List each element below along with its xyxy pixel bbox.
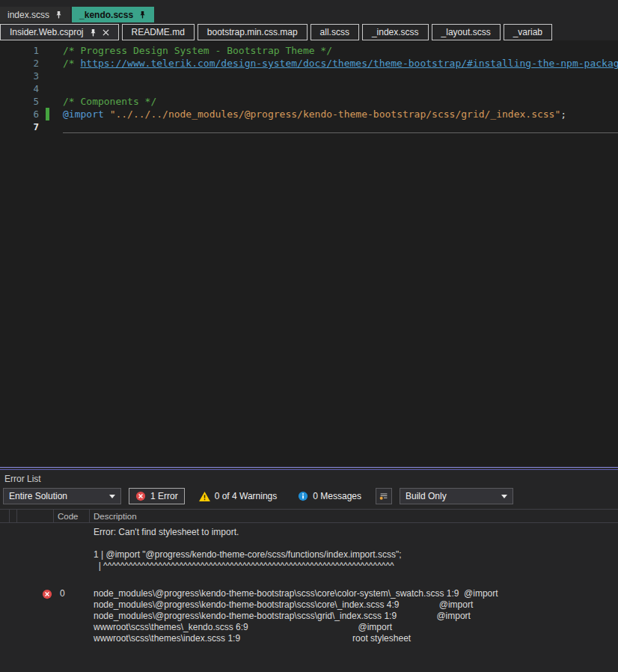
tab-label: README.md: [132, 27, 185, 37]
code-token-comment: /*: [63, 58, 80, 69]
error-list-options-button[interactable]: [376, 488, 392, 504]
error-list-row[interactable]: Error: Can't find stylesheet to import.1…: [0, 527, 618, 572]
pin-icon[interactable]: [89, 28, 97, 37]
document-tab-bootstrap-min-css-map[interactable]: bootstrap.min.css.map: [198, 24, 308, 40]
change-tracking-bar: [46, 57, 49, 70]
close-icon[interactable]: [103, 29, 109, 36]
pin-icon[interactable]: [138, 10, 147, 19]
build-filter-dropdown[interactable]: Build Only: [400, 488, 513, 504]
tab-label: _layout.scss: [441, 27, 491, 37]
severity-cell: [17, 527, 54, 528]
pin-icon[interactable]: [55, 10, 63, 19]
code-line[interactable]: 3: [0, 70, 618, 82]
pinned-tab-kendo-scss[interactable]: _kendo.scss: [72, 7, 154, 22]
code-token-keyword: @import: [63, 109, 104, 120]
document-tab-layout-scss[interactable]: _layout.scss: [432, 24, 501, 40]
info-icon: [298, 491, 308, 501]
error-list-title: Error List: [0, 471, 618, 486]
description-line: node_modules\@progress\kendo-theme-boots…: [94, 588, 618, 599]
scope-filter-dropdown[interactable]: Entire Solution: [3, 488, 121, 504]
description-cell: Error: Can't find stylesheet to import.1…: [90, 527, 618, 572]
line-number: 4: [0, 82, 39, 95]
description-line: 1 | @import "@progress/kendo-theme-core/…: [94, 549, 618, 560]
warning-icon: [199, 492, 210, 501]
column-header-blank[interactable]: [17, 510, 54, 522]
chevron-down-icon: [109, 495, 115, 498]
code-cell: 0: [54, 588, 90, 599]
code-line-content: [63, 120, 618, 133]
description-cell: node_modules\@progress\kendo-theme-boots…: [90, 588, 618, 644]
line-number: 6: [0, 108, 39, 120]
column-header-description[interactable]: Description: [90, 510, 618, 522]
description-line: wwwroot\scss\themes\index.scss 1:9 root …: [94, 633, 618, 644]
document-tab-index-scss[interactable]: _index.scss: [362, 24, 429, 40]
error-icon: [42, 589, 52, 599]
document-tab-variab[interactable]: _variab: [504, 24, 552, 40]
line-number: 2: [0, 57, 39, 70]
code-line-content: @import "../../../node_modules/@progress…: [63, 108, 618, 120]
ide-window: index.scss_kendo.scss Insider.Web.csproj…: [0, 7, 618, 644]
description-line: node_modules\@progress\kendo-theme-boots…: [94, 611, 618, 622]
pinned-tab-index-scss[interactable]: index.scss: [0, 7, 70, 22]
messages-toggle-button[interactable]: 0 Messages: [291, 488, 368, 504]
tab-label: index.scss: [7, 10, 49, 20]
code-token-link: https://www.telerik.com/design-system/do…: [80, 58, 618, 69]
change-tracking-bar: [46, 44, 49, 57]
tab-label: _kendo.scss: [79, 10, 133, 20]
list-options-icon: [379, 491, 389, 501]
code-line[interactable]: 6@import "../../../node_modules/@progres…: [0, 108, 618, 120]
column-header-blank[interactable]: [0, 510, 10, 522]
code-line[interactable]: 2/* https://www.telerik.com/design-syste…: [0, 57, 618, 70]
description-line: node_modules\@progress\kendo-theme-boots…: [94, 599, 618, 611]
error-list-toolbar: Entire Solution 1 Error 0 of 4 Warnings …: [0, 486, 618, 509]
column-header-code[interactable]: Code: [54, 510, 90, 522]
change-tracking-bar: [46, 70, 49, 82]
messages-toggle-label: 0 Messages: [313, 491, 361, 501]
line-number: 5: [0, 95, 39, 108]
warnings-toggle-button[interactable]: 0 of 4 Warnings: [192, 488, 284, 504]
code-token-plain: ;: [560, 109, 566, 120]
tab-label: all.scss: [320, 27, 349, 37]
errors-toggle-button[interactable]: 1 Error: [129, 488, 185, 504]
description-line: wwwroot\scss\themes\_kendo.scss 6:9 @imp…: [94, 622, 618, 633]
code-editor[interactable]: 1/* Progress Design System - Bootstrap T…: [0, 40, 618, 467]
line-number: 1: [0, 44, 39, 57]
change-tracking-bar: [46, 82, 49, 95]
line-number: 3: [0, 70, 39, 82]
code-line[interactable]: 4: [0, 82, 618, 95]
tab-label: Insider.Web.csproj: [10, 27, 84, 37]
code-token-plain: [104, 109, 110, 120]
tab-label: _index.scss: [372, 27, 419, 37]
code-line[interactable]: 7: [0, 120, 618, 133]
errors-toggle-label: 1 Error: [150, 491, 178, 501]
error-list-body: Error: Can't find stylesheet to import.1…: [0, 527, 618, 644]
chevron-down-icon: [501, 495, 507, 498]
document-tab-all-scss[interactable]: all.scss: [310, 24, 359, 40]
description-line: Error: Can't find stylesheet to import.: [94, 527, 618, 538]
change-tracking-bar: [46, 95, 49, 108]
severity-cell: [17, 588, 54, 599]
description-line: [94, 538, 618, 549]
code-line-content: /* https://www.telerik.com/design-system…: [63, 57, 618, 70]
code-line-content: [63, 82, 618, 95]
warnings-toggle-label: 0 of 4 Warnings: [215, 491, 278, 501]
code-line-content: /* Components */: [63, 95, 618, 108]
error-list-row[interactable]: 0node_modules\@progress\kendo-theme-boot…: [0, 588, 618, 644]
error-list-panel: Error List Entire Solution 1 Error 0 of …: [0, 471, 618, 644]
column-header-blank[interactable]: [10, 510, 17, 522]
code-line[interactable]: 1/* Progress Design System - Bootstrap T…: [0, 44, 618, 57]
description-line: | ^^^^^^^^^^^^^^^^^^^^^^^^^^^^^^^^^^^^^^…: [94, 560, 618, 572]
tab-label: bootstrap.min.css.map: [207, 27, 298, 37]
document-tab-row: Insider.Web.csprojREADME.mdbootstrap.min…: [0, 24, 618, 40]
error-list-column-headers: CodeDescription: [0, 509, 618, 523]
code-line-content: [63, 70, 618, 82]
document-tab-readme-md[interactable]: README.md: [122, 24, 195, 40]
scope-filter-value: Entire Solution: [9, 491, 67, 501]
code-line-content: /* Progress Design System - Bootstrap Th…: [63, 44, 618, 57]
code-line[interactable]: 5/* Components */: [0, 95, 618, 108]
build-filter-value: Build Only: [406, 491, 447, 501]
error-icon: [135, 491, 146, 501]
line-number: 7: [0, 120, 39, 133]
document-tab-insider-web-csproj[interactable]: Insider.Web.csproj: [0, 24, 119, 40]
change-tracking-bar: [46, 108, 49, 120]
